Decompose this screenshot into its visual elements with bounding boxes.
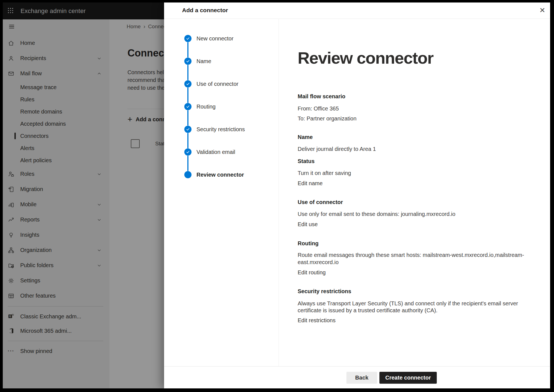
wizard-step-review-connector[interactable]: Review connector <box>164 171 279 178</box>
app-frame: Exchange admin center HomeRecipientsMail… <box>3 2 550 388</box>
wizard-step-label: Routing <box>196 104 216 110</box>
review-text: certificate is issued by a trusted certi… <box>298 307 438 314</box>
review-section-heading: Mail flow scenario <box>298 93 345 100</box>
step-connector-line <box>187 65 188 80</box>
review-text: From: Office 365 <box>298 105 339 112</box>
review-section-heading: Security restrictions <box>298 288 351 295</box>
review-text: Always use Transport Layer Security (TLS… <box>298 300 518 307</box>
step-completed-check-icon <box>184 126 192 133</box>
back-button[interactable]: Back <box>346 372 377 384</box>
step-completed-check-icon <box>184 80 192 87</box>
step-connector-line <box>187 133 188 148</box>
wizard-step-validation-email[interactable]: Validation email <box>164 148 279 156</box>
step-connector-line <box>187 87 188 103</box>
review-text: Route email messages through these smart… <box>298 251 524 259</box>
step-completed-check-icon <box>184 148 192 156</box>
review-section-heading: Name <box>298 133 313 141</box>
review-text: Turn it on after saving <box>298 169 351 177</box>
add-connector-dialog: Add a connector ✕ New connectorNameUse o… <box>164 2 550 388</box>
edit-use-link[interactable]: Edit use <box>298 221 318 228</box>
review-text: Deliver journal directly to Area 1 <box>298 145 376 153</box>
step-connector-line <box>187 110 188 126</box>
review-section-heading: Status <box>298 158 315 165</box>
review-heading: Review connector <box>298 48 433 68</box>
wizard-step-label: Validation email <box>196 149 235 155</box>
step-connector-line <box>187 42 188 58</box>
wizard-step-security-restrictions[interactable]: Security restrictions <box>164 126 279 133</box>
step-current-icon <box>184 171 192 178</box>
review-text: east.mxrecord.io <box>298 259 339 266</box>
step-connector-line <box>187 156 188 171</box>
dialog-header: Add a connector ✕ <box>164 2 550 19</box>
review-section-heading: Use of connector <box>298 198 343 206</box>
step-completed-check-icon <box>184 35 192 42</box>
edit-routing-link[interactable]: Edit routing <box>298 269 326 276</box>
review-text: To: Partner organization <box>298 115 356 122</box>
edit-restrictions-link[interactable]: Edit restrictions <box>298 317 336 324</box>
wizard-step-name[interactable]: Name <box>164 58 279 65</box>
review-text: Use only for email sent to these domains… <box>298 210 455 218</box>
wizard-step-label: Review connector <box>196 172 244 178</box>
review-section-heading: Routing <box>298 240 319 247</box>
wizard-steps: New connectorNameUse of connectorRouting… <box>164 19 279 366</box>
dialog-title: Add a connector <box>182 7 228 14</box>
close-icon: ✕ <box>539 7 545 14</box>
wizard-step-label: Name <box>196 58 211 65</box>
wizard-step-use-of-connector[interactable]: Use of connector <box>164 80 279 87</box>
review-panel <box>279 19 550 366</box>
wizard-step-label: New connector <box>196 35 233 42</box>
footer-divider <box>164 366 550 367</box>
wizard-step-new-connector[interactable]: New connector <box>164 35 279 42</box>
step-completed-check-icon <box>184 103 192 110</box>
step-completed-check-icon <box>184 58 192 65</box>
create-connector-button[interactable]: Create connector <box>379 372 437 384</box>
wizard-step-routing[interactable]: Routing <box>164 103 279 110</box>
wizard-step-label: Use of connector <box>196 81 238 87</box>
wizard-step-label: Security restrictions <box>196 126 245 133</box>
close-button[interactable]: ✕ <box>537 5 548 16</box>
edit-name-link[interactable]: Edit name <box>298 180 323 187</box>
